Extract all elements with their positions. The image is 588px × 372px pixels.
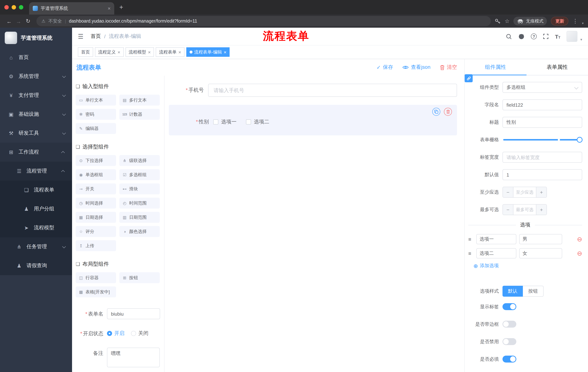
phone-input[interactable] bbox=[208, 84, 457, 97]
option-2-value-input[interactable] bbox=[519, 248, 562, 258]
tag-process-model[interactable]: 流程模型 × bbox=[125, 47, 154, 57]
component-color-picker[interactable]: ◑颜色选择 bbox=[119, 226, 160, 237]
view-json-button[interactable]: 查看json bbox=[403, 64, 430, 71]
password-key-icon[interactable] bbox=[494, 18, 501, 24]
help-icon[interactable]: ? bbox=[531, 33, 537, 39]
component-select[interactable]: ⊙下拉选择 bbox=[76, 155, 116, 166]
option-1-label-input[interactable] bbox=[476, 234, 516, 244]
link-button[interactable] bbox=[465, 74, 473, 82]
component-switch[interactable]: ⊸开关 bbox=[76, 183, 116, 194]
component-cascader[interactable]: ⋔级联选择 bbox=[119, 155, 160, 166]
drag-handle-icon[interactable]: ≡ bbox=[468, 250, 473, 256]
border-toggle[interactable] bbox=[503, 321, 516, 328]
component-textarea[interactable]: ▤多行文本 bbox=[119, 95, 160, 106]
breadcrumb-home[interactable]: 首页 bbox=[91, 33, 101, 40]
component-date-range[interactable]: ▥日期范围 bbox=[119, 212, 160, 223]
sidebar-item-process-model[interactable]: ➤ 流程模型 bbox=[0, 218, 72, 237]
option-1-value-input[interactable] bbox=[519, 234, 562, 244]
sidebar-item-process-form[interactable]: ❏ 流程表单 bbox=[0, 181, 72, 200]
add-option-button[interactable]: ⊕ 添加选项 bbox=[473, 262, 582, 269]
copy-field-button[interactable] bbox=[432, 108, 440, 116]
component-time-range[interactable]: ◴时间范围 bbox=[119, 198, 160, 209]
component-row-container[interactable]: ◫行容器 bbox=[76, 272, 116, 283]
remove-option-icon[interactable]: ⊖ bbox=[577, 250, 582, 256]
window-close-button[interactable] bbox=[4, 5, 9, 10]
tag-close-icon[interactable]: × bbox=[117, 50, 120, 54]
decrease-button[interactable]: − bbox=[503, 187, 513, 197]
component-single-text[interactable]: ▭单行文本 bbox=[76, 95, 116, 106]
component-checkbox-group[interactable]: ☑多选框组 bbox=[119, 169, 160, 180]
component-button[interactable]: ⊞按钮 bbox=[119, 272, 160, 283]
sidebar-item-system[interactable]: ⚙ 系统管理 bbox=[0, 67, 72, 86]
save-button[interactable]: ✓ 保存 bbox=[377, 64, 393, 71]
sidebar-item-process-management[interactable]: ☰ 流程管理 bbox=[0, 162, 72, 181]
component-type-select[interactable]: 多选框组 bbox=[503, 82, 582, 93]
canvas-field-gender-selected[interactable]: *性别 选项一 选项二 bbox=[169, 105, 457, 135]
component-time-picker[interactable]: ◷时间选择 bbox=[76, 198, 116, 209]
slider-handle[interactable] bbox=[577, 137, 583, 143]
min-select-value[interactable]: 至少应选 bbox=[513, 187, 536, 197]
tag-process-form-edit[interactable]: 流程表单-编辑 × bbox=[186, 47, 230, 57]
tab-form-props[interactable]: 表单属性 bbox=[526, 59, 588, 75]
checkbox-option-1[interactable]: 选项一 bbox=[213, 119, 237, 125]
label-width-input[interactable] bbox=[503, 152, 582, 163]
search-icon[interactable] bbox=[506, 33, 512, 40]
font-size-icon[interactable]: TT bbox=[555, 34, 560, 39]
tag-close-icon[interactable]: × bbox=[178, 50, 181, 54]
grid-slider[interactable] bbox=[503, 139, 580, 140]
component-date-picker[interactable]: ▦日期选择 bbox=[76, 212, 116, 223]
tag-close-icon[interactable]: × bbox=[148, 50, 151, 54]
back-button[interactable]: ← bbox=[4, 18, 14, 24]
component-counter[interactable]: 123计数器 bbox=[119, 109, 160, 120]
required-toggle[interactable] bbox=[503, 356, 516, 362]
checkbox-option-2[interactable]: 选项二 bbox=[246, 119, 269, 125]
browser-tab[interactable]: 芋道管理系统 × bbox=[29, 2, 114, 15]
decrease-button[interactable]: − bbox=[503, 205, 513, 215]
max-select-value[interactable]: 最多可选 bbox=[513, 205, 536, 215]
sidebar-item-infrastructure[interactable]: ▣ 基础设施 bbox=[0, 105, 72, 124]
window-zoom-button[interactable] bbox=[19, 5, 23, 10]
tag-process-form[interactable]: 流程表单 × bbox=[156, 47, 184, 57]
window-minimize-button[interactable] bbox=[12, 5, 16, 10]
sidebar-item-devtools[interactable]: ⚒ 研发工具 bbox=[0, 124, 72, 143]
sidebar-item-home[interactable]: ⌂ 首页 bbox=[0, 48, 72, 67]
fullscreen-icon[interactable] bbox=[543, 33, 549, 39]
component-editor[interactable]: ✎编辑器 bbox=[76, 123, 116, 134]
forward-button[interactable]: → bbox=[14, 18, 23, 24]
sidebar-item-workflow[interactable]: ⊞ 工作流程 bbox=[0, 143, 72, 162]
remark-textarea[interactable]: 嘿嘿 bbox=[107, 348, 160, 367]
collapse-sidebar-icon[interactable]: ☰ bbox=[78, 32, 84, 40]
github-icon[interactable] bbox=[518, 33, 525, 40]
increase-button[interactable]: + bbox=[536, 187, 546, 197]
show-label-toggle[interactable] bbox=[503, 303, 516, 310]
drag-handle-icon[interactable]: ≡ bbox=[468, 236, 473, 242]
default-value-input[interactable] bbox=[503, 169, 582, 180]
title-input[interactable] bbox=[503, 117, 582, 128]
delete-field-button[interactable] bbox=[444, 108, 452, 116]
tag-home[interactable]: 首页 bbox=[78, 47, 93, 57]
component-rate[interactable]: ☆评分 bbox=[76, 226, 116, 237]
style-button-button[interactable]: 按钮 bbox=[523, 286, 544, 297]
radio-enabled[interactable]: 开启 bbox=[107, 330, 125, 337]
increase-button[interactable]: + bbox=[536, 205, 546, 215]
user-avatar[interactable] bbox=[567, 31, 578, 42]
tab-component-props[interactable]: 组件属性 bbox=[465, 59, 526, 75]
toolbar-caret-icon[interactable]: ▾ bbox=[582, 21, 584, 25]
component-slider[interactable]: ⊷滑块 bbox=[119, 183, 160, 194]
sidebar-item-task-management[interactable]: ⋔ 任务管理 bbox=[0, 237, 72, 256]
option-2-label-input[interactable] bbox=[476, 248, 516, 258]
field-name-input[interactable] bbox=[503, 99, 582, 110]
tag-process-definition[interactable]: 流程定义 × bbox=[95, 47, 124, 57]
reload-button[interactable]: ↻ bbox=[23, 18, 33, 24]
component-upload[interactable]: ↥上传 bbox=[76, 240, 116, 251]
tab-close-icon[interactable]: × bbox=[108, 6, 111, 11]
address-bar[interactable]: ⚠ 不安全 | dashboard.yudao.iocoder.cn/bpm/m… bbox=[36, 16, 491, 26]
disabled-toggle[interactable] bbox=[503, 338, 516, 345]
style-default-button[interactable]: 默认 bbox=[503, 286, 523, 297]
bookmark-star-icon[interactable]: ☆ bbox=[505, 18, 510, 24]
browser-menu-icon[interactable]: ⋮ bbox=[573, 18, 578, 24]
update-button[interactable]: 更新 bbox=[551, 17, 568, 25]
component-radio-group[interactable]: ◉单选框组 bbox=[76, 169, 116, 180]
component-table[interactable]: ▩表格[开发中] bbox=[76, 287, 116, 298]
radio-disabled[interactable]: 关闭 bbox=[131, 330, 148, 337]
